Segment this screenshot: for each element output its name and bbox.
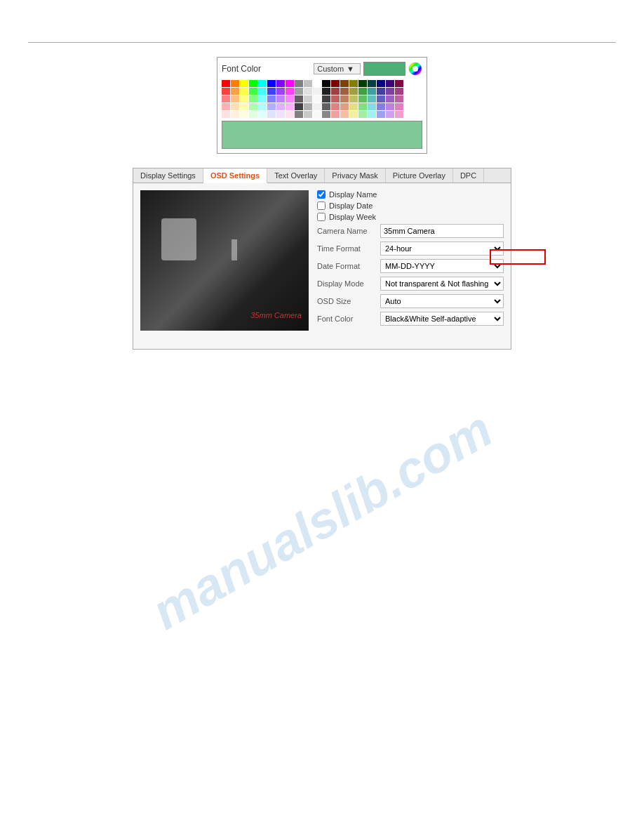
color-cell[interactable] <box>358 80 367 87</box>
color-cell[interactable] <box>222 95 230 102</box>
color-cell[interactable] <box>304 95 312 102</box>
color-cell[interactable] <box>295 88 303 95</box>
color-cell[interactable] <box>358 95 367 102</box>
color-cell[interactable] <box>395 95 403 102</box>
color-cell[interactable] <box>386 88 394 95</box>
color-cell[interactable] <box>295 103 303 110</box>
form-select-font-color[interactable]: Black&White Self-adaptiveCustom <box>380 312 504 326</box>
color-cell[interactable] <box>258 103 267 110</box>
color-cell[interactable] <box>249 80 257 87</box>
color-cell[interactable] <box>358 88 367 95</box>
color-cell[interactable] <box>295 80 303 87</box>
color-cell[interactable] <box>340 103 349 110</box>
color-cell[interactable] <box>313 95 321 102</box>
color-cell[interactable] <box>377 103 385 110</box>
color-cell[interactable] <box>331 103 340 110</box>
color-cell[interactable] <box>368 95 376 102</box>
color-cell[interactable] <box>331 95 340 102</box>
color-cell[interactable] <box>286 103 294 110</box>
color-cell[interactable] <box>276 103 285 110</box>
color-cell[interactable] <box>304 111 312 118</box>
color-cell[interactable] <box>368 103 376 110</box>
color-cell[interactable] <box>340 80 349 87</box>
color-cell[interactable] <box>258 88 267 95</box>
tab-dpc[interactable]: DPC <box>453 168 484 183</box>
color-cell[interactable] <box>377 111 385 118</box>
color-cell[interactable] <box>395 80 403 87</box>
color-cell[interactable] <box>331 111 340 118</box>
tab-display-settings[interactable]: Display Settings <box>133 168 203 183</box>
tab-picture-overlay[interactable]: Picture Overlay <box>386 168 453 183</box>
color-cell[interactable] <box>349 88 358 95</box>
color-cell[interactable] <box>258 80 267 87</box>
color-cell[interactable] <box>313 80 321 87</box>
color-cell[interactable] <box>231 88 239 95</box>
color-cell[interactable] <box>395 88 403 95</box>
color-cell[interactable] <box>349 80 358 87</box>
color-cell[interactable] <box>222 80 230 87</box>
color-cell[interactable] <box>349 111 358 118</box>
color-cell[interactable] <box>231 80 239 87</box>
color-cell[interactable] <box>231 111 239 118</box>
color-cell[interactable] <box>304 80 312 87</box>
color-cell[interactable] <box>286 111 294 118</box>
color-cell[interactable] <box>340 88 349 95</box>
color-cell[interactable] <box>240 95 248 102</box>
color-cell[interactable] <box>377 88 385 95</box>
color-cell[interactable] <box>358 103 367 110</box>
color-cell[interactable] <box>222 103 230 110</box>
color-wheel-icon[interactable] <box>408 62 422 76</box>
color-cell[interactable] <box>286 95 294 102</box>
color-cell[interactable] <box>267 95 276 102</box>
color-cell[interactable] <box>276 80 285 87</box>
color-cell[interactable] <box>276 88 285 95</box>
color-cell[interactable] <box>240 111 248 118</box>
color-cell[interactable] <box>395 111 403 118</box>
form-select-osd-size[interactable]: AutoSmallMediumLarge <box>380 294 504 308</box>
color-cell[interactable] <box>331 88 340 95</box>
color-cell[interactable] <box>295 95 303 102</box>
tab-text-overlay[interactable]: Text Overlay <box>267 168 325 183</box>
checkbox-display-date[interactable] <box>317 201 326 210</box>
color-cell[interactable] <box>322 80 330 87</box>
color-cell[interactable] <box>240 88 248 95</box>
color-cell[interactable] <box>386 103 394 110</box>
color-cell[interactable] <box>322 111 330 118</box>
color-cell[interactable] <box>322 103 330 110</box>
color-cell[interactable] <box>231 103 239 110</box>
color-cell[interactable] <box>368 88 376 95</box>
color-cell[interactable] <box>313 111 321 118</box>
color-cell[interactable] <box>340 111 349 118</box>
color-cell[interactable] <box>377 95 385 102</box>
color-cell[interactable] <box>395 103 403 110</box>
color-cell[interactable] <box>358 111 367 118</box>
custom-dropdown[interactable]: Custom ▼ <box>314 63 361 74</box>
color-cell[interactable] <box>286 80 294 87</box>
color-cell[interactable] <box>349 95 358 102</box>
color-cell[interactable] <box>313 103 321 110</box>
color-cell[interactable] <box>222 88 230 95</box>
checkbox-display-name[interactable] <box>317 190 326 199</box>
color-preview-bar[interactable] <box>363 62 405 76</box>
color-cell[interactable] <box>276 111 285 118</box>
checkbox-display-week[interactable] <box>317 213 326 221</box>
color-cell[interactable] <box>258 95 267 102</box>
color-cell[interactable] <box>267 111 276 118</box>
form-select-date-format[interactable]: MM-DD-YYYYDD-MM-YYYYYYYY-MM-DD <box>380 259 504 273</box>
form-select-time-format[interactable]: 24-hour12-hour <box>380 241 504 256</box>
tab-osd-settings[interactable]: OSD Settings <box>203 168 267 183</box>
color-cell[interactable] <box>368 111 376 118</box>
color-cell[interactable] <box>368 80 376 87</box>
color-cell[interactable] <box>249 88 257 95</box>
color-cell[interactable] <box>249 103 257 110</box>
color-cell[interactable] <box>340 95 349 102</box>
color-cell[interactable] <box>377 80 385 87</box>
color-cell[interactable] <box>249 95 257 102</box>
color-cell[interactable] <box>386 95 394 102</box>
tab-privacy-mask[interactable]: Privacy Mask <box>325 168 385 183</box>
color-cell[interactable] <box>286 88 294 95</box>
color-cell[interactable] <box>304 103 312 110</box>
color-cell[interactable] <box>240 80 248 87</box>
color-cell[interactable] <box>222 111 230 118</box>
form-select-display-mode[interactable]: Not transparent & Not flashingTransparen… <box>380 277 504 291</box>
